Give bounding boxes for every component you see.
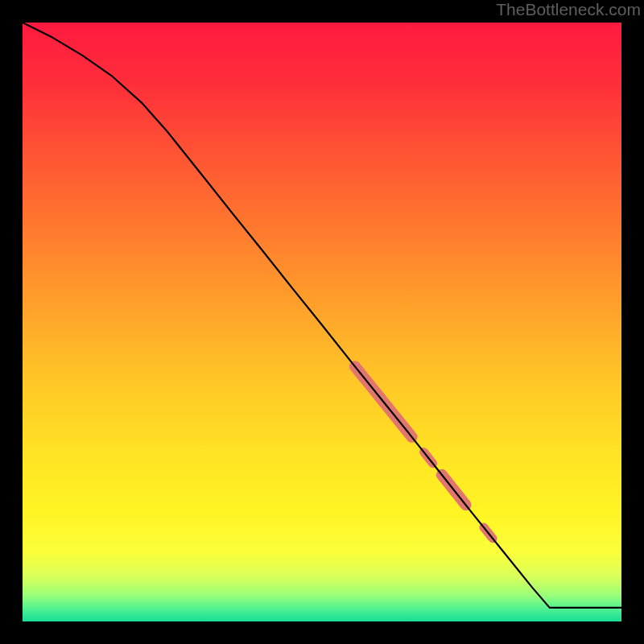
chart-frame: TheBottleneck.com [0, 0, 644, 644]
plot-area [23, 23, 621, 621]
curve-layer [23, 23, 621, 621]
watermark-text: TheBottleneck.com [496, 0, 641, 19]
bottleneck-curve [23, 23, 621, 608]
